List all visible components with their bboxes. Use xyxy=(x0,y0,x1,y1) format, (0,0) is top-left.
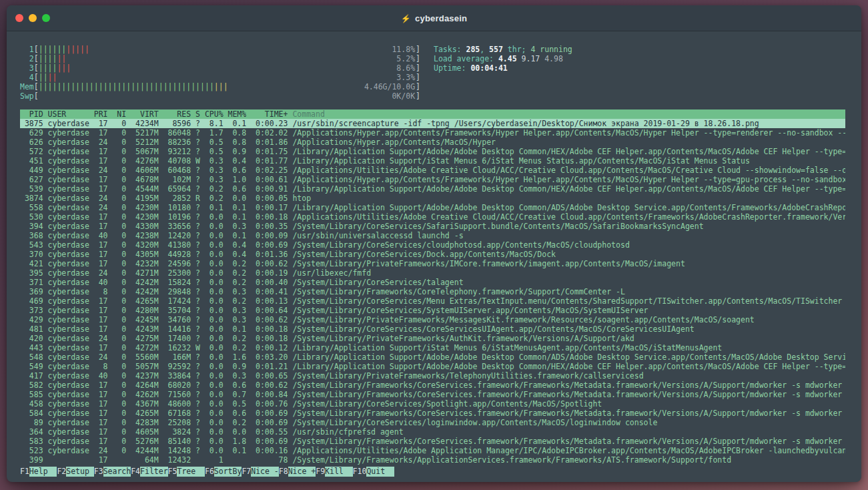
col-ni: 0 xyxy=(112,343,126,352)
function-key-f7[interactable]: F7Nice - xyxy=(242,467,278,477)
function-key-f4[interactable]: F4Filter xyxy=(131,467,167,477)
process-row-371[interactable]: 371cyberdase4004242M15824?0.00.20:00.40/… xyxy=(20,278,845,287)
col-res: 10180 xyxy=(163,203,191,212)
col-cpu[interactable]: CPU% xyxy=(205,109,224,119)
selected-process-row[interactable]: 3875cyberdase1704234M8596?8.10.10:00.23/… xyxy=(20,119,845,128)
col-ni: 0 xyxy=(112,128,126,138)
function-key-f10[interactable]: F10Quit xyxy=(353,467,394,477)
process-row-543[interactable]: 543cyberdase1704320M41380?0.00.40:00.69/… xyxy=(20,240,845,250)
process-row-549[interactable]: 549cyberdase805057M92592?0.00.90:01.21/L… xyxy=(20,362,845,371)
function-key-f8[interactable]: F8Nice + xyxy=(279,467,316,477)
terminal-screen[interactable]: 1[|||||||||||11.8%]2[||||||5.2%]3[||||||… xyxy=(7,31,861,482)
function-key-f6[interactable]: F6SortBy xyxy=(205,467,242,477)
process-row-626[interactable]: 626cyberdase2405212M88236?0.50.80:01.86/… xyxy=(20,138,845,147)
process-row-523[interactable]: 523cyberdase2404244M14248?0.00.10:00.16/… xyxy=(20,446,845,455)
cpu-memory-meters: 1[|||||||||||11.8%]2[||||||5.2%]3[||||||… xyxy=(20,45,420,101)
process-row-421[interactable]: 421cyberdase1704232M24596?0.00.20:00.62/… xyxy=(20,259,845,268)
meter-close-bracket: ] xyxy=(416,54,420,63)
meter-value: 11.8% xyxy=(392,45,415,54)
col-state: ? xyxy=(195,250,200,259)
process-row-584[interactable]: 584cyberdase1704265M67168?0.00.60:00.69/… xyxy=(20,409,845,418)
process-row-469[interactable]: 469cyberdase1704265M17424?0.00.20:00.13/… xyxy=(20,296,845,306)
process-row-582[interactable]: 582cyberdase1704264M68020?0.00.60:00.62/… xyxy=(20,381,845,390)
col-time: 0:00.69 xyxy=(251,437,288,446)
col-pid: 572 xyxy=(20,147,43,156)
process-row-394[interactable]: 394cyberdase1704330M33656?0.00.30:00.35/… xyxy=(20,222,845,231)
process-row-443[interactable]: 443cyberdase1704272M16232W0.00.20:00.12/… xyxy=(20,343,845,352)
function-key-f5[interactable]: F5Tree xyxy=(168,467,205,477)
process-row-89[interactable]: 89cyberdase1704283M25208?0.00.20:00.69/S… xyxy=(20,418,845,427)
col-pid: 373 xyxy=(20,306,43,315)
window-title: ⚡cyberdasein xyxy=(7,13,861,23)
minimize-button[interactable] xyxy=(29,14,37,22)
window-titlebar[interactable]: ⚡cyberdasein xyxy=(7,5,861,31)
function-key-f1[interactable]: F1Help xyxy=(20,467,57,477)
col-mem: 0.9 xyxy=(228,362,246,371)
col-command[interactable]: Command xyxy=(292,109,845,119)
col-state: ? xyxy=(195,324,200,334)
meter-cpu4: 4[||||3.3%] xyxy=(20,73,420,82)
meter-bar-segment: |||| xyxy=(39,63,57,73)
process-row-420[interactable]: 420cyberdase2404275M17400?0.00.20:00.18/… xyxy=(20,334,845,343)
col-command: /System/Library/Frameworks/CoreServices.… xyxy=(292,437,845,446)
process-row-530[interactable]: 530cyberdase1704230M10196?0.00.10:00.18/… xyxy=(20,212,845,222)
col-ni[interactable]: NI xyxy=(112,109,126,119)
process-row-3874[interactable]: 3874cyberdase2404195M2852R0.20.00:00.05h… xyxy=(20,194,845,203)
process-row-395[interactable]: 395cyberdase2404271M25300?0.00.20:00.19/… xyxy=(20,268,845,278)
process-row-572[interactable]: 572cyberdase1705067M93212?0.50.90:01.75/… xyxy=(20,147,845,156)
col-virt[interactable]: VIRT xyxy=(131,109,159,119)
process-row-373[interactable]: 373cyberdase1704280M35704?0.00.30:00.64/… xyxy=(20,306,845,315)
col-pri[interactable]: PRI xyxy=(94,109,108,119)
process-row-369[interactable]: 369cyberdase804242M29848?0.00.30:00.41/S… xyxy=(20,287,845,296)
process-row-585[interactable]: 585cyberdase1704262M71560?0.00.70:00.84/… xyxy=(20,390,845,399)
col-ni: 0 xyxy=(112,156,126,166)
col-time: 0:00.69 xyxy=(251,418,288,427)
col-command: /Library/Application Support/Adobe/Adobe… xyxy=(292,362,845,371)
col-pid: 585 xyxy=(20,390,43,399)
process-row-627[interactable]: 627cyberdase1704678M102M?0.31.00:00.61/A… xyxy=(20,175,845,184)
col-pid: 394 xyxy=(20,222,43,231)
function-key-number: F5 xyxy=(168,467,177,477)
fullscreen-button[interactable] xyxy=(42,14,50,22)
process-row-539[interactable]: 539cyberdase1704544M65964?0.20.60:00.91/… xyxy=(20,184,845,194)
col-user: cyberdase xyxy=(48,324,89,334)
col-virt: 4242M xyxy=(131,287,159,296)
meter-cpu3: 3[|||||||8.6%] xyxy=(20,63,420,73)
process-row-458[interactable]: 458cyberdase1704367M48600?0.00.50:00.76/… xyxy=(20,399,845,409)
col-mem: 0.7 xyxy=(228,390,246,399)
process-row-558[interactable]: 558cyberdase2404230M10180?0.10.10:00.17/… xyxy=(20,203,845,212)
function-key-label: Nice + xyxy=(288,467,316,477)
function-key-number: F3 xyxy=(94,467,103,477)
col-res: 60468 xyxy=(163,166,191,175)
process-row-370[interactable]: 370cyberdase1704305M44928?0.00.40:01.36/… xyxy=(20,250,845,259)
col-res[interactable]: RES xyxy=(163,109,191,119)
process-row-364[interactable]: 364cyberdase1704605M3824?0.00.00:00.55/u… xyxy=(20,427,845,437)
col-pid: 420 xyxy=(20,334,43,343)
col-state: ? xyxy=(195,278,200,287)
col-mem[interactable]: MEM% xyxy=(228,109,246,119)
col-user[interactable]: USER xyxy=(48,109,89,119)
process-row-399[interactable]: 3991764M12432178/System/Library/Framewor… xyxy=(20,455,845,465)
col-command: /Applications/Utilities/Adobe Creative C… xyxy=(292,212,845,222)
function-key-f9[interactable]: F9Kill xyxy=(316,467,352,477)
meter-label: 1 xyxy=(20,45,34,54)
col-time[interactable]: TIME+ xyxy=(251,109,288,119)
process-row-629[interactable]: 629cyberdase1705217M86048?1.70.80:02.02/… xyxy=(20,128,845,138)
process-row-481[interactable]: 481cyberdase1704243M14416?0.00.10:00.18/… xyxy=(20,324,845,334)
function-key-f3[interactable]: F3Search xyxy=(94,467,131,477)
process-row-583[interactable]: 583cyberdase1705276M85140?0.01.80:00.69/… xyxy=(20,437,845,446)
col-user: cyberdase xyxy=(48,128,89,138)
process-row-451[interactable]: 451cyberdase1704276M40708W0.30.40:01.77/… xyxy=(20,156,845,166)
process-table-header[interactable]: PIDUSERPRINIVIRTRESSCPU%MEM%TIME+Command xyxy=(20,109,845,119)
col-user: cyberdase xyxy=(48,203,89,212)
function-key-f2[interactable]: F2Setup xyxy=(57,467,93,477)
process-row-449[interactable]: 449cyberdase2404606M60468?0.30.60:02.25/… xyxy=(20,166,845,175)
process-row-417[interactable]: 417cyberdase4004237M33864?0.00.30:00.65/… xyxy=(20,371,845,381)
process-row-429[interactable]: 429cyberdase1704245M34760?0.00.30:00.62/… xyxy=(20,315,845,324)
process-row-368[interactable]: 368cyberdase4004238M12420?0.00.10:00.09/… xyxy=(20,231,845,240)
col-state[interactable]: S xyxy=(195,109,200,119)
close-button[interactable] xyxy=(15,14,23,22)
col-pid[interactable]: PID xyxy=(20,109,43,119)
col-command: /Applications/Hyper.app/Contents/Framewo… xyxy=(292,175,845,184)
process-row-548[interactable]: 548cyberdase2405560M166M?0.01.60:03.20/L… xyxy=(20,352,845,362)
